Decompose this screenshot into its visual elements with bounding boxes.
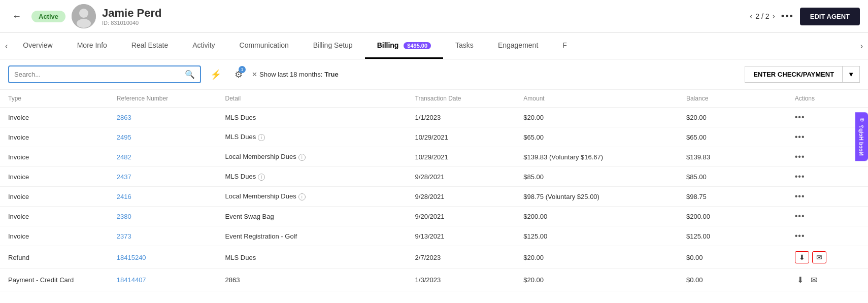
tab-f[interactable]: F bbox=[550, 33, 579, 59]
table-header-row: Type Reference Number Detail Transaction… bbox=[0, 90, 868, 108]
download-button[interactable]: ⬇ bbox=[795, 251, 809, 263]
tab-tasks[interactable]: Tasks bbox=[443, 33, 486, 59]
tab-billing[interactable]: Billing $495.00 bbox=[365, 33, 443, 59]
cell-amount: $20.00 bbox=[515, 246, 678, 269]
cell-reference: 2495 bbox=[109, 127, 217, 147]
cell-type: Invoice bbox=[0, 108, 109, 127]
cell-type: Invoice bbox=[0, 226, 109, 246]
action-dots-button[interactable]: ••• bbox=[795, 113, 805, 122]
toolbar-right: ENTER CHECK/PAYMENT ▼ bbox=[745, 66, 860, 83]
info-icon[interactable]: i bbox=[298, 154, 306, 161]
action-dots-button[interactable]: ••• bbox=[795, 192, 805, 201]
tab-more-info[interactable]: More Info bbox=[65, 33, 119, 59]
table-row: Invoice2373Event Registration - Golf9/13… bbox=[0, 226, 868, 246]
cell-reference: 2482 bbox=[109, 147, 217, 167]
billing-badge: $495.00 bbox=[404, 42, 431, 49]
cell-type: Invoice bbox=[0, 207, 109, 226]
download-button[interactable]: ⬇ bbox=[795, 274, 806, 286]
action-dots-button[interactable]: ••• bbox=[795, 172, 805, 181]
table-row: Payment - Credit Card1841440728631/3/202… bbox=[0, 269, 868, 291]
svg-point-1 bbox=[79, 9, 88, 18]
more-options-button[interactable]: ••• bbox=[781, 11, 794, 22]
action-dots-button[interactable]: ••• bbox=[795, 152, 805, 161]
cell-balance: $200.00 bbox=[678, 207, 787, 226]
need-help-button[interactable]: ⊕ Need Help? bbox=[855, 112, 868, 161]
lightning-button[interactable]: ⚡ bbox=[206, 67, 225, 82]
email-button[interactable]: ✉ bbox=[812, 251, 826, 263]
cell-amount: $65.00 bbox=[515, 127, 678, 147]
cell-amount: $85.00 bbox=[515, 167, 678, 187]
prev-page-button[interactable]: ‹ bbox=[750, 12, 752, 21]
need-help-label: Need Help? bbox=[859, 125, 865, 156]
reference-link[interactable]: 2863 bbox=[117, 114, 131, 121]
filter-value: True bbox=[324, 71, 338, 78]
action-dots-button[interactable]: ••• bbox=[795, 231, 805, 241]
reference-link[interactable]: 2495 bbox=[117, 133, 131, 141]
payment-dropdown-button[interactable]: ▼ bbox=[842, 66, 860, 83]
cell-detail: MLS Duesi bbox=[217, 127, 407, 147]
cell-balance: $20.00 bbox=[678, 108, 787, 127]
info-icon[interactable]: i bbox=[258, 174, 265, 181]
cell-reference: 2373 bbox=[109, 226, 217, 246]
cell-reference: 2437 bbox=[109, 167, 217, 187]
cell-type: Refund bbox=[0, 246, 109, 269]
edit-agent-button[interactable]: EDIT AGENT bbox=[800, 8, 860, 25]
tabs-container: ‹ Overview More Info Real Estate Activit… bbox=[0, 33, 868, 59]
cell-detail: Local Membership Duesi bbox=[217, 187, 407, 207]
email-button[interactable]: ✉ bbox=[809, 274, 819, 286]
cell-amount: $139.83 (Voluntary $16.67) bbox=[515, 147, 678, 167]
cell-type: Invoice bbox=[0, 187, 109, 207]
search-icon[interactable]: 🔍 bbox=[185, 70, 195, 79]
table-row: Invoice2482Local Membership Duesi10/29/2… bbox=[0, 147, 868, 167]
next-page-button[interactable]: › bbox=[773, 12, 775, 21]
cell-date: 9/28/2021 bbox=[407, 167, 516, 187]
tab-activity[interactable]: Activity bbox=[180, 33, 227, 59]
filter-badge: 1 bbox=[239, 66, 246, 73]
col-header-reference: Reference Number bbox=[109, 90, 217, 108]
need-help-icon: ⊕ bbox=[858, 117, 865, 122]
cell-amount: $20.00 bbox=[515, 108, 678, 127]
tab-communication[interactable]: Communication bbox=[227, 33, 301, 59]
cell-amount: $98.75 (Voluntary $25.00) bbox=[515, 187, 678, 207]
cell-balance: $98.75 bbox=[678, 187, 787, 207]
action-dots-button[interactable]: ••• bbox=[795, 132, 805, 142]
reference-link[interactable]: 2437 bbox=[117, 173, 131, 181]
info-icon[interactable]: i bbox=[298, 193, 306, 200]
back-button[interactable]: ← bbox=[8, 9, 25, 24]
action-dots-button[interactable]: ••• bbox=[795, 212, 805, 221]
tabs-left-arrow[interactable]: ‹ bbox=[2, 38, 11, 55]
tabs-right-arrow[interactable]: › bbox=[857, 38, 866, 55]
filter-text: Show last 18 months: bbox=[259, 71, 322, 78]
cell-reference: 2863 bbox=[109, 108, 217, 127]
reference-link[interactable]: 2416 bbox=[117, 193, 131, 200]
reference-link[interactable]: 18414407 bbox=[117, 276, 146, 284]
tab-engagement[interactable]: Engagement bbox=[486, 33, 550, 59]
enter-payment-button[interactable]: ENTER CHECK/PAYMENT bbox=[745, 66, 842, 83]
cell-reference: 2416 bbox=[109, 187, 217, 207]
cell-actions: ••• bbox=[787, 226, 868, 246]
page-indicator: 2 / 2 bbox=[755, 12, 769, 20]
cell-date: 1/1/2023 bbox=[407, 108, 516, 127]
tab-billing-setup[interactable]: Billing Setup bbox=[301, 33, 365, 59]
tab-real-estate[interactable]: Real Estate bbox=[119, 33, 180, 59]
search-wrapper: 🔍 bbox=[8, 65, 201, 83]
reference-link[interactable]: 2482 bbox=[117, 153, 131, 161]
cell-date: 2/7/2023 bbox=[407, 246, 516, 269]
reference-link[interactable]: 18415240 bbox=[117, 254, 146, 261]
toolbar: 🔍 ⚡ ⚙ 1 ✕ Show last 18 months: True ENTE… bbox=[0, 59, 868, 90]
filter-remove-button[interactable]: ✕ bbox=[252, 71, 257, 78]
tab-overview[interactable]: Overview bbox=[11, 33, 64, 59]
agent-name: Jamie Perd bbox=[102, 7, 744, 20]
filter-button[interactable]: ⚙ 1 bbox=[230, 67, 247, 82]
header: ← Active Jamie Perd ID: 831010040 ‹ 2 / … bbox=[0, 0, 868, 33]
reference-link[interactable]: 2373 bbox=[117, 232, 131, 240]
cell-detail: 2863 bbox=[217, 269, 407, 291]
info-icon[interactable]: i bbox=[258, 134, 265, 141]
cell-date: 10/29/2021 bbox=[407, 127, 516, 147]
search-input[interactable] bbox=[14, 71, 185, 78]
cell-date: 9/20/2021 bbox=[407, 207, 516, 226]
reference-link[interactable]: 2380 bbox=[117, 213, 131, 220]
cell-amount: $20.00 bbox=[515, 269, 678, 291]
cell-reference: 18415240 bbox=[109, 246, 217, 269]
table-row: Invoice2437MLS Duesi9/28/2021$85.00$85.0… bbox=[0, 167, 868, 187]
